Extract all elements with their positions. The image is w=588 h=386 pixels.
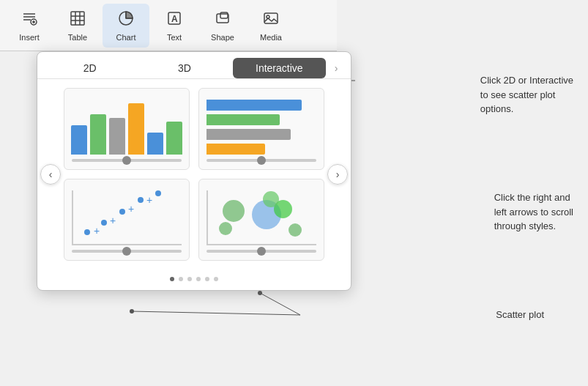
bubble-2 (219, 222, 232, 235)
tab-3d[interactable]: 3D (138, 58, 231, 78)
right-arrow-icon: › (336, 168, 340, 180)
annotation-top-text: Click 2D or Interactiveto see scatter pl… (480, 73, 573, 116)
svg-rect-18 (264, 13, 278, 23)
toolbar-shape[interactable]: Shape (199, 4, 246, 48)
bar-v-1 (71, 125, 87, 155)
scatter-dot-4 (138, 197, 144, 203)
horizontal-bar-slider[interactable] (206, 159, 316, 162)
text-icon: A (165, 10, 183, 30)
toolbar-insert[interactable]: Insert (6, 4, 53, 48)
bar-h-2 (206, 114, 280, 125)
bar-v-5 (147, 133, 163, 155)
bar-v-6 (166, 122, 182, 155)
table-icon (69, 10, 86, 30)
annotation-bottom: Scatter plot (496, 308, 544, 322)
bar-v-4 (128, 103, 144, 155)
toolbar-chart-label: Chart (116, 33, 136, 42)
scatter-chart: + + + + (72, 190, 182, 245)
media-icon (262, 10, 280, 30)
bar-chart-vertical (71, 100, 182, 155)
bar-h-3 (206, 129, 291, 140)
chart-cell-scatter[interactable]: + + + + (64, 179, 190, 261)
annotation-middle-text: Click the right andleft arrows to scroll… (494, 190, 573, 234)
bar-v-3 (109, 118, 125, 155)
bar-chart-horizontal (206, 100, 316, 155)
scatter-plus-3: + (128, 203, 134, 209)
chart-picker-panel: 2D 3D Interactive › ‹ (37, 51, 351, 291)
left-arrow-icon: ‹ (49, 168, 53, 180)
bar-v-2 (90, 114, 106, 155)
chart-grid-container: ‹ (37, 79, 351, 270)
prev-arrow[interactable]: ‹ (40, 164, 61, 185)
scatter-dot-2 (101, 220, 107, 226)
bubble-visual (206, 187, 316, 245)
pagination (37, 277, 351, 281)
bubble-6 (263, 191, 279, 207)
svg-point-26 (130, 309, 134, 313)
bar-h-1 (206, 100, 302, 111)
bar-h-4 (206, 144, 265, 155)
scatter-dot-1 (84, 229, 90, 235)
scatter-visual: + + + + (72, 187, 182, 245)
chart-grid: + + + + (64, 88, 324, 261)
next-arrow[interactable]: › (327, 164, 348, 185)
chart-type-tabs: 2D 3D Interactive › (37, 52, 351, 79)
page-dot-4[interactable] (196, 277, 201, 281)
tab-interactive[interactable]: Interactive (233, 58, 326, 78)
toolbar-table-label: Table (68, 33, 87, 42)
scatter-dot-3 (119, 209, 125, 215)
toolbar-media-label: Media (260, 33, 282, 42)
chart-cell-bubble[interactable] (198, 179, 324, 261)
svg-rect-17 (220, 12, 228, 18)
svg-point-27 (258, 291, 262, 295)
bubble-slider[interactable] (206, 250, 316, 253)
page-dot-5[interactable] (205, 277, 209, 281)
annotation-middle: Click the right andleft arrows to scroll… (494, 190, 573, 234)
bubble-1 (223, 200, 245, 222)
scatter-plus-2: + (110, 215, 116, 220)
page-dot-3[interactable] (187, 277, 192, 281)
toolbar-text-label: Text (167, 33, 182, 42)
vertical-bar-slider[interactable] (72, 159, 182, 162)
svg-text:A: A (171, 14, 178, 24)
chart-icon (117, 10, 135, 30)
toolbar-shape-label: Shape (211, 33, 234, 42)
scatter-dot-5 (155, 190, 161, 196)
page-dot-1[interactable] (170, 277, 174, 281)
annotation-bottom-text: Scatter plot (496, 308, 544, 322)
scatter-plus-4: + (146, 194, 152, 200)
toolbar: Insert Table Chart (0, 0, 337, 51)
insert-icon (21, 10, 38, 30)
svg-line-24 (132, 311, 300, 315)
horizontal-bar-visual (206, 96, 316, 155)
toolbar-table[interactable]: Table (54, 4, 101, 48)
scatter-plus-1: + (94, 225, 100, 231)
bubble-chart (206, 190, 316, 245)
tab-scroll-indicator: › (327, 59, 345, 77)
bubble-5 (289, 223, 302, 237)
svg-rect-6 (71, 12, 84, 25)
chart-cell-vertical-bar[interactable] (64, 88, 190, 170)
toolbar-insert-label: Insert (19, 33, 40, 42)
toolbar-chart[interactable]: Chart (103, 4, 149, 48)
scatter-slider[interactable] (72, 250, 182, 253)
page-dot-6[interactable] (214, 277, 218, 281)
vertical-bar-visual (72, 96, 182, 155)
toolbar-text[interactable]: A Text (151, 4, 198, 48)
page-dot-2[interactable] (179, 277, 183, 281)
tab-2d[interactable]: 2D (43, 58, 136, 78)
shape-icon (214, 10, 231, 30)
toolbar-media[interactable]: Media (248, 4, 294, 48)
annotation-top: Click 2D or Interactiveto see scatter pl… (480, 73, 573, 116)
svg-line-25 (260, 293, 300, 315)
chart-cell-horizontal-bar[interactable] (198, 88, 324, 170)
